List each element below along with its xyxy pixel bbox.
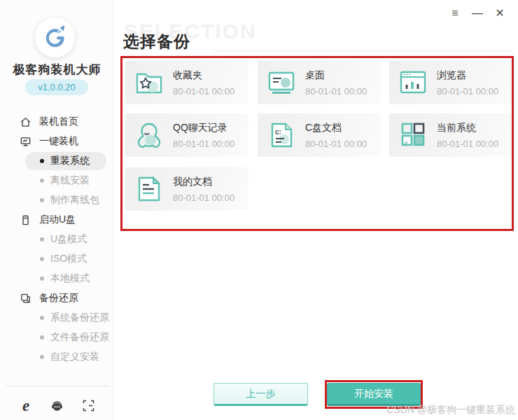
sidebar-item-system-backup-restore[interactable]: 系统备份还原 <box>0 308 114 328</box>
sidebar-item-backup-restore[interactable]: 备份还原 <box>0 288 114 308</box>
monitor-icon <box>20 136 31 148</box>
backup-card-my-documents[interactable]: 我的文档 80-01-01 00:00 <box>125 167 248 211</box>
sidebar-item-file-backup-restore[interactable]: 文件备份还原 <box>0 328 114 347</box>
usb-drive-icon <box>20 214 31 226</box>
sidebar-item-label: 备份还原 <box>39 292 78 304</box>
title-area: SELECTION 选择备份 <box>123 20 514 55</box>
sidebar-item-label: U盘模式 <box>50 233 87 246</box>
sidebar-item-local-mode[interactable]: 本地模式 <box>0 269 114 288</box>
favorites-folder-icon <box>134 69 164 97</box>
title-underline <box>213 50 512 51</box>
card-title: 桌面 <box>305 69 367 82</box>
sidebar-item-iso-mode[interactable]: ISO模式 <box>0 249 114 269</box>
csdn-watermark: CSDN @极客狗一键重装系统 <box>386 404 515 416</box>
card-date: 80-01-01 00:00 <box>173 86 234 97</box>
sidebar-item-label: 重装系统 <box>50 155 90 167</box>
main-content: ≡ — ✕ SELECTION 选择备份 收藏夹 80-01-01 00:00 <box>115 0 518 420</box>
bullet-icon <box>40 237 44 241</box>
sidebar-footer: e <box>0 393 114 417</box>
card-title: 浏览器 <box>437 69 498 82</box>
version-badge: v1.0.0.20 <box>25 79 88 95</box>
sidebar-item-reinstall-system[interactable]: 重装系统 <box>0 151 114 171</box>
bullet-icon <box>40 178 44 183</box>
card-date: 80-01-01 00:00 <box>437 86 498 97</box>
card-date: 80-01-01 00:00 <box>173 139 234 149</box>
window-controls: ≡ — ✕ <box>449 7 505 20</box>
bullet-icon <box>40 257 44 261</box>
backup-card-desktop[interactable]: 桌面 80-01-01 00:00 <box>258 61 381 104</box>
sidebar-item-label: 文件备份还原 <box>50 331 109 344</box>
qq-penguin-icon <box>134 121 164 149</box>
sidebar: 极客狗装机大师 v1.0.0.20 装机首页 一键装机 重装系统 离线安装 <box>0 0 114 420</box>
sidebar-item-onekey-install[interactable]: 一键装机 <box>0 132 114 151</box>
backup-restore-icon <box>20 293 31 304</box>
sidebar-item-make-offline-pack[interactable]: 制作离线包 <box>0 190 114 210</box>
minimize-icon[interactable]: — <box>472 7 483 20</box>
sidebar-item-label: 离线安装 <box>50 174 90 187</box>
menu-icon[interactable]: ≡ <box>449 7 461 20</box>
sidebar-item-offline-install[interactable]: 离线安装 <box>0 171 114 190</box>
my-documents-icon <box>134 175 164 203</box>
card-date: 80-01-01 00:00 <box>305 139 367 149</box>
customer-service-icon[interactable] <box>50 398 65 413</box>
dog-logo-icon <box>40 22 71 53</box>
app-window: 极客狗装机大师 v1.0.0.20 装机首页 一键装机 重装系统 离线安装 <box>0 0 518 420</box>
sidebar-item-home[interactable]: 装机首页 <box>0 112 114 132</box>
backup-card-favorites[interactable]: 收藏夹 80-01-01 00:00 <box>125 61 248 104</box>
sidebar-item-label: 系统备份还原 <box>50 312 109 324</box>
app-logo <box>35 18 75 57</box>
desktop-icon <box>266 69 297 97</box>
c-drive-document-icon: c: <box>266 121 297 149</box>
sidebar-item-label: 装机首页 <box>39 115 78 128</box>
card-date: 80-01-01 00:00 <box>173 192 234 203</box>
sidebar-item-usb-mode[interactable]: U盘模式 <box>0 230 114 249</box>
sidebar-item-label: 启动U盘 <box>39 214 76 226</box>
start-install-button[interactable]: 开始安装 <box>327 383 421 406</box>
sidebar-item-custom-install[interactable]: 自定义安装 <box>0 347 114 367</box>
sidebar-item-label: ISO模式 <box>50 253 87 265</box>
card-title: 收藏夹 <box>173 69 234 82</box>
backup-card-current-system[interactable]: 当前系统 80-01-01 00:00 <box>389 113 512 157</box>
bullet-icon <box>40 159 44 163</box>
page-title: 选择备份 <box>123 31 190 52</box>
sidebar-item-boot-usb[interactable]: 启动U盘 <box>0 210 114 230</box>
card-title: 当前系统 <box>437 122 498 134</box>
bullet-icon <box>40 198 44 202</box>
card-title: C盘文档 <box>305 122 367 134</box>
sidebar-item-label: 制作离线包 <box>50 194 99 206</box>
card-date: 80-01-01 00:00 <box>437 139 498 149</box>
home-icon <box>20 116 31 128</box>
bullet-icon <box>40 335 44 340</box>
backup-card-c-drive-docs[interactable]: c: C盘文档 80-01-01 00:00 <box>258 113 381 157</box>
scan-qr-icon[interactable] <box>80 398 96 413</box>
card-date: 80-01-01 00:00 <box>305 86 367 97</box>
backup-card-browser[interactable]: 浏览器 80-01-01 00:00 <box>389 61 512 104</box>
close-icon[interactable]: ✕ <box>494 7 505 20</box>
card-title: QQ聊天记录 <box>173 122 234 134</box>
sidebar-item-label: 自定义安装 <box>50 351 99 363</box>
backup-card-qq-history[interactable]: QQ聊天记录 80-01-01 00:00 <box>125 113 248 157</box>
svg-text:c:: c: <box>275 128 281 136</box>
bullet-icon <box>40 355 44 359</box>
previous-step-button[interactable]: 上一步 <box>214 383 308 406</box>
card-title: 我的文档 <box>173 176 234 188</box>
sidebar-item-label: 本地模式 <box>50 272 90 285</box>
sidebar-item-label: 一键装机 <box>39 135 78 148</box>
current-system-icon <box>398 121 428 149</box>
bullet-icon <box>40 276 44 281</box>
app-name: 极客狗装机大师 <box>0 62 114 78</box>
browser-icon <box>398 69 428 97</box>
ie-browser-icon[interactable]: e <box>18 398 34 413</box>
sidebar-divider <box>6 386 108 386</box>
bullet-icon <box>40 316 44 320</box>
sidebar-menu: 装机首页 一键装机 重装系统 离线安装 制作离线包 启动U盘 <box>0 112 114 367</box>
